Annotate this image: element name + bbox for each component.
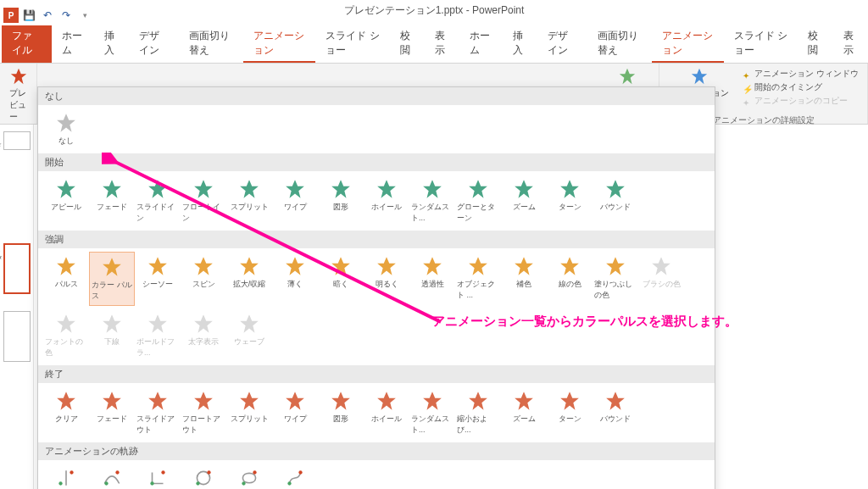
annotation-text: アニメーション一覧からカラーパルスを選択します。 xyxy=(432,314,737,330)
tab-2[interactable]: デザイン xyxy=(129,25,179,63)
svg-marker-14 xyxy=(515,180,533,198)
svg-marker-13 xyxy=(469,180,487,198)
svg-marker-41 xyxy=(286,392,304,410)
svg-marker-28 xyxy=(560,257,579,275)
annotation-arrow xyxy=(102,153,458,339)
anim-item: ブラシの色 xyxy=(638,252,684,306)
svg-point-53 xyxy=(115,470,119,474)
anim-item[interactable]: ズーム xyxy=(501,175,547,227)
svg-point-51 xyxy=(70,470,73,474)
svg-marker-4 xyxy=(57,180,75,198)
tab-4[interactable]: アニメーション xyxy=(243,25,315,63)
anim-item[interactable]: 図形 xyxy=(318,386,364,439)
save-icon[interactable]: 💾 xyxy=(20,7,37,24)
redo-icon[interactable]: ↷ xyxy=(58,7,75,24)
svg-marker-27 xyxy=(515,257,533,275)
motion-item[interactable]: アーチ xyxy=(89,464,135,489)
anim-item[interactable]: ランダムスト... xyxy=(409,386,455,439)
anim-item[interactable]: 補色 xyxy=(501,252,547,306)
tab-1[interactable]: 挿入 xyxy=(503,25,537,63)
qat-more-icon[interactable]: ▾ xyxy=(76,7,93,24)
anim-item[interactable]: ターン xyxy=(547,175,593,227)
anim-item[interactable]: アピール xyxy=(43,175,89,227)
svg-marker-15 xyxy=(560,180,579,198)
anim-item[interactable]: ワイプ xyxy=(272,386,318,439)
svg-marker-3 xyxy=(57,114,75,132)
motion-item[interactable]: ターン xyxy=(135,464,181,489)
tab-file[interactable]: ファイル xyxy=(2,25,52,63)
anim-none[interactable]: なし xyxy=(43,108,89,150)
svg-marker-37 xyxy=(103,392,121,410)
anim-item[interactable]: フロートアウト xyxy=(181,386,226,439)
anim-item[interactable]: グローとターン xyxy=(455,175,501,227)
tab-5[interactable]: スライド ショー xyxy=(315,25,389,63)
animation-pane-button[interactable]: ✦アニメーション ウィンドウ xyxy=(743,67,859,81)
svg-point-55 xyxy=(161,470,164,474)
svg-point-50 xyxy=(58,481,62,485)
star-icon xyxy=(9,67,28,86)
tab-0[interactable]: ホーム xyxy=(52,25,94,63)
anim-item[interactable]: スプリット xyxy=(226,386,272,439)
tab-7[interactable]: 表示 xyxy=(833,25,868,63)
motion-item[interactable]: 直線 xyxy=(43,464,89,489)
svg-point-60 xyxy=(253,470,256,474)
anim-item[interactable]: スライドアウト xyxy=(135,386,181,439)
svg-marker-2 xyxy=(692,69,707,84)
slide-thumb[interactable]: 3 xyxy=(3,311,31,362)
anim-item[interactable]: ターン xyxy=(547,386,593,439)
svg-point-59 xyxy=(242,481,245,485)
app-icon: P xyxy=(3,8,19,23)
tab-1[interactable]: 挿入 xyxy=(94,25,129,63)
star-icon xyxy=(618,67,637,86)
tab-3[interactable]: 画面切り替え xyxy=(179,25,243,63)
anim-item[interactable]: ホイール xyxy=(364,386,409,439)
anim-item[interactable]: 縮小および... xyxy=(455,386,501,439)
svg-marker-46 xyxy=(515,392,533,410)
preview-button[interactable]: プレビュー xyxy=(4,65,33,125)
anim-item[interactable]: ズーム xyxy=(501,386,547,439)
animation-painter-button[interactable]: ✦アニメーションのコピー xyxy=(743,94,859,108)
tab-4[interactable]: アニメーション xyxy=(652,25,724,63)
trigger-button[interactable]: ⚡開始のタイミング xyxy=(743,81,859,94)
svg-marker-31 xyxy=(57,314,75,333)
anim-item[interactable]: フェード xyxy=(89,386,135,439)
slide-thumb[interactable]: 1★ xyxy=(3,131,31,150)
tab-7[interactable]: 表示 xyxy=(425,25,459,63)
document-title: プレゼンテーション1.pptx - PowerPoint xyxy=(344,3,525,18)
motion-item[interactable]: ループ xyxy=(226,464,272,489)
svg-point-61 xyxy=(287,481,291,485)
anim-item[interactable]: バウンド xyxy=(593,386,638,439)
tab-3[interactable]: 画面切り替え xyxy=(587,25,652,63)
star-plus-icon xyxy=(690,67,709,86)
slide-thumb[interactable]: 2★ xyxy=(3,243,31,294)
motion-item[interactable]: 図形 xyxy=(181,464,226,489)
svg-marker-38 xyxy=(148,392,167,410)
tab-0[interactable]: ホーム xyxy=(459,25,502,63)
motion-item[interactable]: ユーザー設... xyxy=(272,464,318,489)
tab-6[interactable]: 校閲 xyxy=(390,25,425,63)
group-preview: プレビュー プレビュー xyxy=(0,64,37,124)
tab-6[interactable]: 校閲 xyxy=(798,25,832,63)
svg-marker-17 xyxy=(57,257,75,275)
tab-2[interactable]: デザイン xyxy=(537,25,587,63)
svg-marker-29 xyxy=(606,257,625,275)
undo-icon[interactable]: ↶ xyxy=(39,7,56,24)
anim-item[interactable]: パルス xyxy=(43,252,89,306)
anim-item: フォントの色 xyxy=(43,309,89,362)
anim-item[interactable]: 線の色 xyxy=(547,252,593,306)
slide-thumbnails: 1★ 2★ 3 xyxy=(0,125,34,489)
svg-marker-40 xyxy=(240,392,259,410)
svg-marker-1 xyxy=(620,69,635,84)
advanced-options: ✦アニメーション ウィンドウ ⚡開始のタイミング ✦アニメーションのコピー xyxy=(739,65,862,113)
section-motion: アニメーションの軌跡 xyxy=(38,442,715,460)
anim-item[interactable]: クリア xyxy=(43,386,89,439)
svg-line-63 xyxy=(114,161,441,322)
section-exit: 終了 xyxy=(38,365,715,383)
svg-marker-36 xyxy=(57,392,75,410)
svg-point-62 xyxy=(298,470,302,474)
ribbon-tabs: ファイル ホーム挿入デザイン画面切り替えアニメーションスライド ショー校閲表示 … xyxy=(0,25,868,64)
anim-item[interactable]: 塗りつぶしの色 xyxy=(593,252,638,306)
tab-5[interactable]: スライド ショー xyxy=(724,25,798,63)
anim-item[interactable]: オブジェクト ... xyxy=(455,252,501,306)
anim-item[interactable]: バウンド xyxy=(593,175,638,227)
